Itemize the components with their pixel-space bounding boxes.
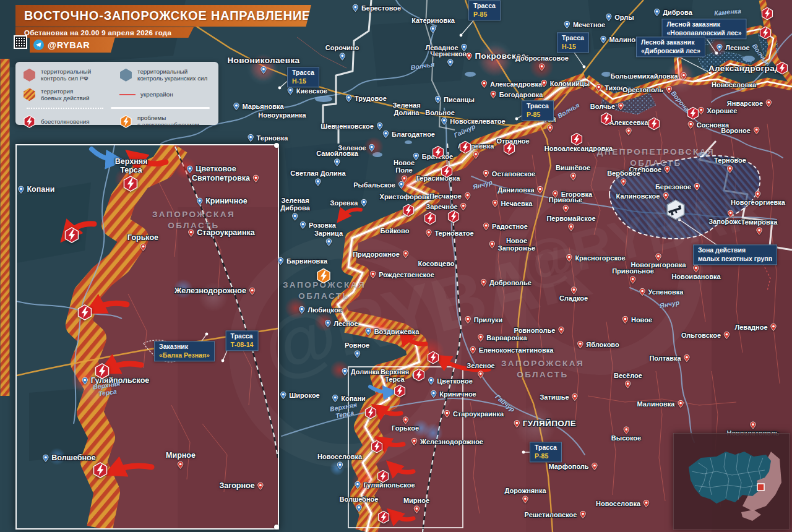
settlement-label: Первомайское — [546, 215, 595, 223]
clash-icon — [441, 165, 454, 178]
settlement-pin-ua — [364, 328, 372, 336]
brand-badge[interactable]: @RYBAR — [30, 37, 115, 53]
river-label: Гайчур — [453, 123, 476, 139]
settlement-label: Новоселовка — [317, 453, 362, 461]
settlement: Еленоконстантиновка — [469, 346, 554, 354]
settlement-label: Александроград — [708, 64, 780, 74]
settlement-label: Красногорское — [575, 254, 625, 262]
map-callout: Зона действиямалых пехотных групп — [693, 244, 777, 265]
settlement: Александроград — [708, 64, 780, 74]
settlement: Весёлое — [614, 372, 642, 388]
settlement: Светлая Долина — [290, 170, 345, 186]
settlement-label: Вороное — [721, 127, 751, 134]
settlement-label: Мирное — [166, 452, 196, 460]
settlement-pin-rf — [464, 316, 472, 324]
river-label: Янчур — [472, 179, 493, 191]
settlement-pin-ua — [279, 392, 287, 400]
settlement-label: Нечаевка — [501, 200, 533, 207]
region-label: ДНЕПРОПЕТРОВСКАЯ ОБЛАСТЬ — [597, 147, 715, 168]
settlement: Марфополь — [548, 463, 598, 471]
settlement-pin-rf — [571, 393, 579, 401]
settlement-label: Благодатное — [392, 131, 435, 138]
settlement-label: Рыбальское — [353, 181, 395, 189]
settlement-label: Песчаное — [429, 192, 462, 200]
map-callout: Заказник«Балка Резная» — [154, 341, 215, 361]
settlement: Мечетное — [563, 21, 605, 29]
clash-icon — [459, 141, 472, 154]
settlement: Новоукраинка — [258, 112, 306, 119]
legend-item-label: территориальный контроль украинских сил — [137, 68, 207, 82]
settlement: Новое — [621, 316, 652, 324]
settlement: Богодаровка — [489, 91, 543, 99]
settlement-pin-ua — [196, 198, 204, 206]
settlement-label: Терновое — [714, 157, 746, 165]
clash-icon — [427, 351, 440, 364]
settlement-label: Высокое — [611, 435, 641, 442]
settlement: Диброва — [653, 9, 692, 17]
settlement-label: Березовое — [655, 183, 691, 191]
settlement-pin-rf — [692, 265, 700, 273]
settlement-pin-ua — [563, 21, 571, 29]
settlement-pin-rf — [476, 334, 484, 342]
settlement-pin-rf — [460, 203, 468, 211]
settlement-label: Святопетровка — [192, 174, 250, 183]
settlement: Розовка — [299, 221, 336, 230]
map-callout: ТрассаТ-08-14 — [226, 330, 259, 351]
settlement-label: Успеновка — [648, 288, 684, 296]
settlement-pin-ua — [434, 96, 442, 104]
settlement-label: Воздвижевка — [374, 328, 420, 335]
settlement-pin-ua — [353, 481, 361, 489]
settlement-pin-ua — [345, 95, 353, 103]
settlement: Орестополь — [622, 86, 673, 94]
settlement-pin-ua — [260, 66, 268, 74]
settlement: Терновка — [247, 134, 288, 142]
settlement-pin-rf — [471, 151, 480, 159]
settlement-label: Калиновское — [616, 192, 660, 200]
settlement: Герасимовка — [416, 175, 460, 182]
settlement: Зеленая Диброва — [280, 197, 310, 221]
settlement: Новое Запорожье — [488, 238, 535, 252]
settlement-pin-rf — [765, 100, 773, 108]
clash-icon — [94, 363, 110, 379]
settlement-label: Киевское — [296, 87, 327, 95]
settlement: Косовцево — [418, 260, 454, 268]
settlement: Коломийцы — [540, 80, 590, 88]
settlement-label: Новоселовка — [596, 500, 640, 507]
settlement: Мирное — [403, 497, 429, 513]
page-title: ВОСТОЧНО-ЗАПОРОЖСКОЕ НАПРАВЛЕНИЕ — [15, 9, 311, 23]
settlement: Верхняя Терса — [115, 158, 148, 174]
map-callout: ТрассаР-85 — [468, 0, 501, 20]
clash-icon — [377, 511, 390, 524]
legend-item: проблемы с электроснабжением — [119, 114, 213, 129]
settlement: Доброспасовое — [515, 55, 569, 71]
settlement: Цветковое — [186, 165, 236, 174]
clash-icon — [402, 204, 415, 217]
settlement-pin-rf — [424, 230, 433, 238]
settlement-label: Трудовое — [355, 95, 387, 102]
settlement: Новогеоргиевка — [731, 191, 785, 207]
settlement: Большемихайловка — [610, 72, 687, 80]
settlement: Цветковое — [427, 377, 473, 385]
settlement-pin-ua — [429, 390, 437, 398]
settlement-pin-rf — [620, 178, 628, 186]
settlement-label: Лесное — [334, 320, 358, 327]
settlement-pin-ua — [359, 199, 368, 207]
settlement: Воздвижевка — [364, 328, 420, 336]
river-label: Верхняя Терса — [329, 401, 358, 420]
settlement-label: Волчье — [590, 103, 615, 110]
settlement-label: Новое Поле — [394, 160, 415, 174]
combat-zone-icon — [23, 88, 36, 101]
settlement-label: Криничное — [205, 197, 248, 206]
settlement-pin-rf — [402, 416, 410, 424]
settlement: Александровка — [480, 80, 542, 88]
settlement-pin-rf — [629, 276, 637, 284]
settlement-label: Загорное — [219, 482, 254, 491]
settlement-label: Сорочино — [325, 45, 359, 52]
clash-icon — [503, 142, 516, 155]
settlement: Хорошее — [697, 107, 738, 115]
settlement-pin-ua — [653, 9, 661, 17]
settlement: Доброполье — [480, 279, 532, 287]
settlement-label: Тихое — [605, 84, 624, 92]
settlement-pin-ua — [376, 122, 384, 131]
settlement-label: Новоселовка — [712, 82, 756, 89]
